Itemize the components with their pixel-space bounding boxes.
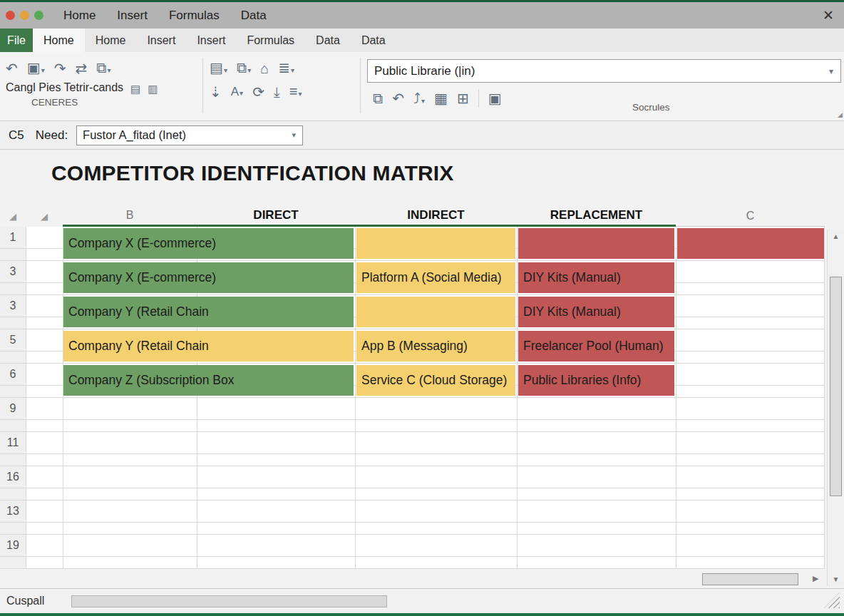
column-header-a[interactable]: ◢ xyxy=(26,205,63,227)
frame-button[interactable]: ▣▾ xyxy=(27,61,45,76)
spreadsheet-app-window: Home Insert Formulas Data ✕ File Home Ho… xyxy=(0,0,844,616)
cell-company[interactable]: Company Y (Retail Chain xyxy=(63,331,354,361)
cell-replacement[interactable]: DIY Kits (Manual) xyxy=(518,297,674,327)
row-header[interactable]: 6 xyxy=(0,364,26,385)
document-lines-icon[interactable]: ▤ xyxy=(130,83,140,94)
minimize-traffic-light[interactable] xyxy=(20,11,29,20)
row-header[interactable]: 9 xyxy=(0,398,26,419)
align-button[interactable]: ≡▾ xyxy=(289,84,302,99)
redo-options-button[interactable]: ⤴▾ xyxy=(413,91,425,106)
formula-bar: C5 Need: Fustor A_fitad (Inet) ▾ xyxy=(0,121,844,150)
ribbon-separator xyxy=(202,58,203,113)
tab-home-active[interactable]: Home xyxy=(33,29,85,52)
tab-home-2[interactable]: Home xyxy=(85,29,137,52)
sheet-title: COMPETITOR IDENTFICATION MATRIX xyxy=(51,161,454,185)
ribbon-tab-row: File Home Home Insert Insert Formulas Da… xyxy=(0,29,844,52)
tab-insert[interactable]: Insert xyxy=(136,29,186,52)
border-box-icon[interactable]: ▣ xyxy=(488,91,502,106)
row-header[interactable]: 11 xyxy=(0,432,26,453)
copy-pages-icon[interactable]: ⧉ xyxy=(373,91,383,106)
cell-indirect[interactable] xyxy=(356,297,515,327)
select-all-corner[interactable]: ◢ xyxy=(0,205,26,227)
font-button[interactable]: A▾ xyxy=(231,85,243,99)
menu-home[interactable]: Home xyxy=(63,9,96,23)
doc-lines-button[interactable]: ▤▾ xyxy=(210,61,227,76)
tab-file[interactable]: File xyxy=(0,29,33,52)
document-lines-icon: ▤ xyxy=(210,60,223,76)
row-header[interactable]: 16 xyxy=(0,466,26,488)
copy-frames-button[interactable]: ⧉▾ xyxy=(96,61,110,76)
refresh-icon[interactable]: ⟳ xyxy=(252,85,264,99)
resize-grip[interactable] xyxy=(824,592,840,608)
row-header[interactable]: 13 xyxy=(0,500,26,522)
insert-cells-icon[interactable]: ⊞ xyxy=(457,91,469,106)
home-shape-icon[interactable]: ⌂ xyxy=(260,61,269,76)
column-header-direct[interactable]: DIRECT xyxy=(197,205,355,227)
name-box-dropdown[interactable]: Public Librarie (|in) ▾ xyxy=(367,59,841,83)
cell-indirect[interactable]: Service C (Cloud Storage) xyxy=(356,365,515,396)
row-header[interactable]: 5 xyxy=(0,329,26,351)
copy-frames-icon: ⧉ xyxy=(96,60,106,76)
undo-icon[interactable]: ↶ xyxy=(392,91,404,106)
scroll-down-icon[interactable]: ▼ xyxy=(828,575,844,583)
formula-dropdown[interactable]: Fustor A_fitad (Inet) ▾ xyxy=(76,125,303,145)
cell-company[interactable]: Company X (E-commerce) xyxy=(63,228,354,259)
align-lines-icon: ≡ xyxy=(289,83,298,99)
cell-replacement[interactable] xyxy=(518,228,674,259)
cell-indirect[interactable]: App B (Messaging) xyxy=(356,331,515,361)
menu-data[interactable]: Data xyxy=(241,9,267,23)
ribbon: ↶ ▣▾ ↷ ⇄ ⧉▾ Cangl Pies Tetrir-cands ▤ ▥ … xyxy=(0,52,844,121)
tab-data-2[interactable]: Data xyxy=(351,29,396,52)
horizontal-scrollbar-thumb[interactable] xyxy=(702,573,798,585)
scroll-right-icon[interactable]: ▶ xyxy=(813,574,818,583)
vertical-scrollbar[interactable]: ▲ ▼ xyxy=(827,230,844,586)
cell-extra[interactable] xyxy=(677,228,824,259)
cell-replacement[interactable]: Freelancer Pool (Human) xyxy=(518,331,674,361)
undo-icon[interactable]: ↶ xyxy=(6,61,18,76)
swap-arrows-icon[interactable]: ⇄ xyxy=(75,61,87,76)
cell-replacement[interactable]: DIY Kits (Manual) xyxy=(518,262,674,293)
column-header-c[interactable]: C xyxy=(676,205,825,227)
scroll-up-icon[interactable]: ▲ xyxy=(828,232,844,240)
row-header[interactable]: 3 xyxy=(0,261,26,282)
menu-insert[interactable]: Insert xyxy=(117,9,148,23)
cell-indirect[interactable]: Platform A (Social Media) xyxy=(356,262,515,293)
frame-icon: ▣ xyxy=(27,60,41,76)
list-button[interactable]: ≣▾ xyxy=(278,61,294,76)
worksheet-area: COMPETITOR IDENTFICATION MATRIX ◢ ◢ B DI… xyxy=(0,150,844,588)
menubar: Home Insert Formulas Data xyxy=(63,9,267,23)
cell-grid[interactable]: 1 3 3 5 6 9 11 16 13 19 Company X (E-com… xyxy=(0,227,825,569)
cell-company[interactable]: Company Z (Subscription Box xyxy=(63,365,354,396)
column-header-indirect[interactable]: INDIRECT xyxy=(355,205,517,227)
cell-replacement[interactable]: Public Libraries (Info) xyxy=(518,365,674,396)
close-icon[interactable]: ✕ xyxy=(823,7,834,24)
chevron-down-icon: ▾ xyxy=(298,90,302,98)
column-header-b[interactable]: B xyxy=(63,205,197,227)
download-arrow-icon[interactable]: ⤓ xyxy=(274,85,280,99)
column-header-replacement[interactable]: REPLACEMENT xyxy=(517,205,676,227)
row-header[interactable]: 1 xyxy=(0,227,26,248)
ribbon-separator xyxy=(360,58,361,113)
pages-button[interactable]: ⧉▾ xyxy=(237,61,251,76)
document-grid-icon[interactable]: ▥ xyxy=(148,83,158,94)
clipboard-icon[interactable]: ▦ xyxy=(434,91,448,106)
menu-formulas[interactable]: Formulas xyxy=(169,9,220,23)
redo-icon[interactable]: ↷ xyxy=(54,61,66,76)
formula-dropdown-value: Fustor A_fitad (Inet) xyxy=(83,128,186,142)
cell-company[interactable]: Company Y (Retail Chain xyxy=(63,297,354,327)
row-header[interactable]: 19 xyxy=(0,535,26,556)
vertical-scrollbar-thumb[interactable] xyxy=(830,277,842,496)
cell-company[interactable]: Company X (E-commerce) xyxy=(63,262,354,293)
tab-formulas[interactable]: Formulas xyxy=(236,29,305,52)
close-traffic-light[interactable] xyxy=(6,11,15,20)
sort-down-icon[interactable]: ⇣ xyxy=(210,85,222,99)
tab-insert-2[interactable]: Insert xyxy=(186,29,236,52)
zoom-traffic-light[interactable] xyxy=(34,11,43,20)
tab-data[interactable]: Data xyxy=(305,29,351,52)
column-header-row: ◢ ◢ B DIRECT INDIRECT REPLACEMENT C xyxy=(0,205,825,227)
ribbon-group2-name: Socrules xyxy=(632,102,670,113)
ribbon-dialog-launcher-icon[interactable]: ◢ xyxy=(838,111,843,118)
chevron-down-icon: ▾ xyxy=(247,66,251,74)
cell-indirect[interactable] xyxy=(356,228,515,259)
row-header[interactable]: 3 xyxy=(0,295,26,317)
